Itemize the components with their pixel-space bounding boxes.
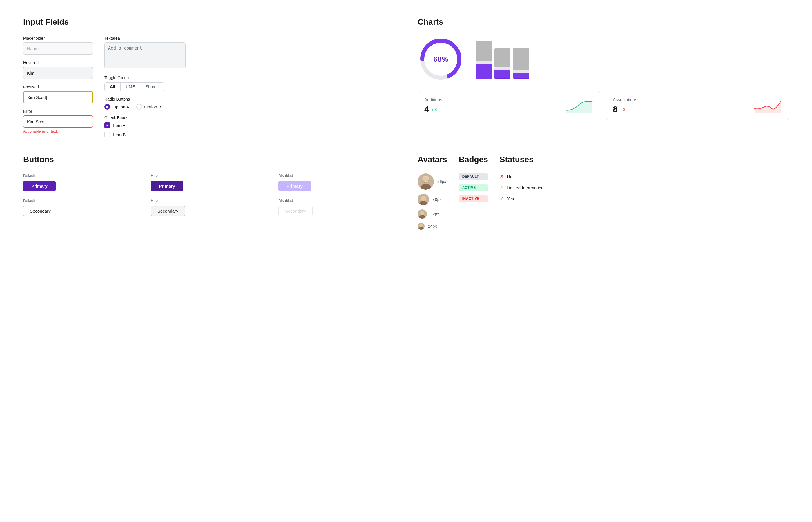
badges-title: Badges	[459, 155, 488, 164]
bar-gap-1	[475, 61, 491, 63]
status-warning-icon: △	[500, 184, 504, 191]
checkbox-item-a[interactable]: ✓ Item A	[104, 122, 186, 128]
btn-secondary-default-col: Default Secondary	[23, 198, 139, 216]
avatar-item-56: 56px	[418, 174, 447, 190]
btn-hover-label-1: Hover	[151, 174, 267, 178]
checkbox-item-b[interactable]: Item B	[104, 132, 186, 138]
bottom-right: Avatars 56px	[418, 155, 789, 230]
focused-input[interactable]	[23, 91, 93, 103]
toggle-shared[interactable]: Shared	[140, 83, 164, 91]
donut-chart: 68%	[418, 36, 464, 82]
stat-card-associations: Associations 8 ↑ 3	[606, 91, 789, 120]
bar-gray-2	[494, 48, 510, 67]
avatar-item-40: 40px	[418, 194, 447, 205]
checkbox-check-a: ✓	[106, 123, 109, 127]
associations-arrow: ↑	[620, 107, 622, 112]
status-yes-label: Yes	[507, 196, 514, 201]
secondary-default-button[interactable]: Secondary	[23, 206, 57, 216]
badge-active: ACTIVE	[459, 184, 488, 191]
toggle-group: All UME Shared	[104, 82, 164, 91]
toggle-ume[interactable]: UME	[121, 83, 140, 91]
badge-inactive: INACTIVE	[459, 196, 488, 202]
btn-disabled-label-2: Disabled	[278, 198, 394, 203]
hovered-label: Hovered	[23, 60, 93, 65]
avatar-24-label: 24px	[428, 224, 437, 228]
stat-card-additions: Additions 4 ↓ 3	[418, 91, 600, 120]
avatar-32	[418, 209, 427, 219]
radio-circle-a	[104, 104, 110, 109]
input-fields-section: Input Fields Placeholder Hovered Focused	[23, 17, 394, 143]
btn-secondary-disabled-col: Disabled Secondary	[278, 198, 394, 216]
bar-col-3	[513, 47, 529, 79]
input-row: Placeholder Hovered Focused Error Action…	[23, 36, 394, 143]
checkbox-label-b: Item B	[113, 132, 126, 137]
avatar-item-24: 24px	[418, 223, 447, 230]
bar-gray-3	[513, 47, 529, 70]
error-field-group: Error Actionable error text.	[23, 109, 93, 134]
additions-title: Additions	[424, 97, 442, 102]
statuses-title: Statuses	[500, 155, 544, 164]
btn-primary-hover-col: Hover Primary	[151, 174, 267, 192]
additions-arrow: ↓	[431, 107, 434, 112]
svg-point-13	[420, 212, 424, 215]
status-yes-icon: ✓	[500, 196, 504, 202]
avatar-56-label: 56px	[437, 179, 446, 184]
status-limited-label: Limited Information	[507, 185, 544, 190]
status-no: ✗ No	[500, 174, 544, 180]
avatar-24-svg	[418, 223, 425, 230]
toggle-group-section: Toggle Group All UME Shared	[104, 75, 186, 91]
radio-option-b[interactable]: Option B	[136, 104, 161, 109]
bar-purple-1	[475, 63, 491, 79]
bottom-section: Buttons Default Primary Hover Primary Di…	[23, 155, 789, 230]
statuses-section: Statuses ✗ No △ Limited Information ✓ Ye…	[500, 155, 544, 230]
btn-disabled-label-1: Disabled	[278, 174, 394, 178]
additions-chart	[565, 99, 594, 113]
btn-hover-label-2: Hover	[151, 198, 267, 203]
toggle-all[interactable]: All	[105, 83, 121, 91]
secondary-disabled-button: Secondary	[278, 206, 312, 216]
badge-list: DEFAULT ACTIVE INACTIVE	[459, 174, 488, 202]
bar-accent-3	[513, 78, 529, 79]
focused-label: Focused	[23, 85, 93, 89]
textarea-input[interactable]	[104, 42, 186, 68]
additions-change-value: 3	[434, 107, 437, 112]
bar-accent-2	[494, 78, 510, 79]
bar-purple-3	[513, 73, 529, 78]
status-list: ✗ No △ Limited Information ✓ Yes	[500, 174, 544, 202]
radio-option-a[interactable]: Option A	[104, 104, 129, 109]
avatars-title: Avatars	[418, 155, 447, 164]
error-label: Error	[23, 109, 93, 114]
status-no-label: No	[507, 174, 512, 179]
stat-cards: Additions 4 ↓ 3 Associ	[418, 91, 789, 120]
avatar-56-svg	[418, 174, 434, 190]
primary-default-button[interactable]: Primary	[23, 181, 56, 192]
bar-gray-1	[475, 41, 491, 61]
avatar-item-32: 32px	[418, 209, 447, 219]
avatars-section: Avatars 56px	[418, 155, 447, 230]
secondary-hover-button[interactable]: Secondary	[151, 206, 185, 216]
placeholder-label: Placeholder	[23, 36, 93, 41]
toggle-group-label: Toggle Group	[104, 75, 186, 80]
bar-gap-2	[494, 67, 510, 69]
bar-gap-3	[513, 70, 529, 73]
checkbox-label-a: Item A	[113, 123, 126, 128]
bar-chart	[475, 39, 529, 79]
bar-col-2	[494, 48, 510, 79]
primary-hover-button[interactable]: Primary	[151, 181, 183, 192]
hovered-field-group: Hovered	[23, 60, 93, 79]
checkbox-group: ✓ Item A Item B	[104, 122, 186, 138]
primary-disabled-button: Primary	[278, 181, 311, 192]
btn-primary-default-col: Default Primary	[23, 174, 139, 192]
status-limited: △ Limited Information	[500, 184, 544, 191]
avatar-24	[418, 223, 425, 230]
btn-default-label-2: Default	[23, 198, 139, 203]
placeholder-input[interactable]	[23, 42, 93, 55]
radio-circle-b	[136, 104, 142, 109]
additions-numbers: 4 ↓ 3	[424, 104, 442, 114]
avatar-32-svg	[418, 209, 427, 219]
associations-numbers: 8 ↑ 3	[613, 104, 637, 114]
checkbox-box-a: ✓	[104, 122, 110, 128]
radio-buttons-label: Radio Buttons	[104, 97, 186, 101]
error-input[interactable]	[23, 116, 93, 127]
hovered-input[interactable]	[23, 67, 93, 79]
